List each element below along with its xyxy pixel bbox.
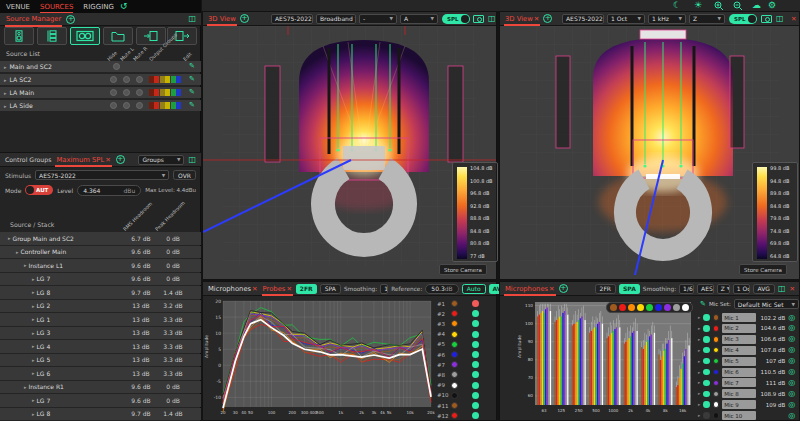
mic-row[interactable]: ▸ Mic 5 107 dB ◎ bbox=[698, 356, 799, 367]
menu-item-rigging[interactable]: RIGGING bbox=[83, 3, 114, 11]
probe-legend-row[interactable]: #1 bbox=[437, 299, 495, 308]
mute-l-toggle[interactable] bbox=[123, 89, 130, 96]
expand-icon[interactable]: ▸ bbox=[32, 357, 35, 363]
probe-color-swatch[interactable] bbox=[451, 392, 458, 399]
chevron-right-icon[interactable]: ▸ bbox=[698, 370, 700, 375]
output-group-swatch[interactable] bbox=[176, 89, 181, 96]
menu-item-sources[interactable]: SOURCES bbox=[40, 3, 73, 11]
output-group-swatch[interactable] bbox=[160, 102, 165, 109]
output-group-swatch[interactable] bbox=[165, 102, 170, 109]
mic-name-field[interactable]: Mic 4 bbox=[722, 346, 756, 355]
tags-icon[interactable]: ◫ bbox=[778, 285, 786, 293]
mic-enable-toggle[interactable] bbox=[703, 412, 710, 419]
stack-row[interactable]: ▸ Controller Main 9.6 dB 0 dB bbox=[0, 246, 201, 259]
tags-icon[interactable]: ◫ bbox=[488, 15, 496, 23]
probe-color-swatch[interactable] bbox=[451, 320, 458, 327]
tab-maximum-spl[interactable]: Maximum SPL✕ bbox=[55, 156, 111, 164]
output-group-swatch[interactable] bbox=[165, 76, 170, 83]
output-group-swatch[interactable] bbox=[160, 89, 165, 96]
mode-toggle[interactable]: AUT bbox=[25, 185, 53, 195]
stack-row[interactable]: ▸ LG 8 9.7 dB 1.4 dB bbox=[0, 408, 201, 421]
probe-color-swatch[interactable] bbox=[451, 371, 458, 378]
mic-locate-icon[interactable]: ◎ bbox=[788, 346, 795, 354]
mute-l-toggle[interactable] bbox=[123, 102, 130, 109]
output-group-swatch[interactable] bbox=[171, 102, 176, 109]
probe-status-toggle[interactable] bbox=[472, 351, 479, 358]
probe-status-toggle[interactable] bbox=[472, 382, 479, 389]
expand-icon[interactable]: ▸ bbox=[32, 397, 35, 403]
mic-enable-toggle[interactable] bbox=[703, 358, 710, 365]
tool-folder-button[interactable] bbox=[103, 27, 133, 45]
chevron-right-icon[interactable]: ▸ bbox=[698, 315, 700, 320]
mic-color-swatch[interactable] bbox=[713, 380, 720, 387]
probe-status-toggle[interactable] bbox=[472, 320, 479, 327]
probe-legend-row[interactable]: #4 bbox=[437, 330, 495, 339]
chevron-right-icon[interactable]: ▸ bbox=[698, 402, 700, 407]
probe-legend-row[interactable]: #9 bbox=[437, 381, 495, 390]
probe-status-toggle[interactable] bbox=[472, 331, 479, 338]
mic-locate-icon[interactable]: ◎ bbox=[788, 368, 795, 376]
probe-status-toggle[interactable] bbox=[472, 361, 479, 368]
bandwidth-dropdown[interactable]: 1 Oct▼ bbox=[607, 14, 645, 24]
output-group-swatch[interactable] bbox=[154, 102, 159, 109]
mic-name-field[interactable]: Mic 1 bbox=[722, 313, 756, 322]
chevron-right-icon[interactable]: ▸ bbox=[698, 359, 700, 364]
store-camera-button[interactable]: Store Camera bbox=[739, 264, 787, 275]
spl-toggle[interactable]: SPL bbox=[442, 14, 470, 24]
mute-l-toggle[interactable] bbox=[123, 76, 130, 83]
probe-legend-row[interactable]: #3 bbox=[437, 319, 495, 328]
expand-icon[interactable]: ▸ bbox=[32, 330, 35, 336]
output-group-swatch[interactable] bbox=[171, 89, 176, 96]
mic-row[interactable]: ▸ Mic 7 111 dB ◎ bbox=[698, 377, 799, 388]
mic-color-swatch[interactable] bbox=[713, 325, 720, 332]
probe-legend-row[interactable]: #6 bbox=[437, 350, 495, 359]
legend-dot[interactable] bbox=[673, 304, 680, 311]
brightness-icon[interactable]: ☀ bbox=[694, 0, 702, 11]
auto-button[interactable]: Auto bbox=[462, 284, 486, 294]
zoom-in-icon[interactable] bbox=[714, 1, 724, 11]
spa-button[interactable]: SPA bbox=[320, 284, 341, 294]
expand-icon[interactable]: ▸ bbox=[24, 262, 27, 268]
stack-row[interactable]: ▸ LG 4 13 dB 3.3 dB bbox=[0, 340, 201, 353]
close-icon[interactable]: ✕ bbox=[105, 156, 110, 164]
stimulus-dropdown[interactable]: AES75-2022▼ bbox=[271, 14, 313, 24]
fr-button[interactable]: 2FR bbox=[296, 284, 317, 294]
legend-dot[interactable] bbox=[628, 304, 635, 311]
mic-name-field[interactable]: Mic 9 bbox=[722, 400, 756, 409]
legend-dot[interactable] bbox=[637, 304, 644, 311]
close-panel-icon[interactable]: ✕ bbox=[790, 285, 795, 293]
weighting-dropdown[interactable]: Z▼ bbox=[717, 284, 730, 294]
mic-row[interactable]: ▸ Mic 2 104.6 dB ◎ bbox=[698, 323, 799, 334]
edit-icon[interactable]: ✎ bbox=[189, 101, 195, 109]
mic-locate-icon[interactable]: ◎ bbox=[788, 335, 795, 343]
mic-color-swatch[interactable] bbox=[713, 314, 720, 321]
edit-icon[interactable]: ✎ bbox=[189, 62, 195, 70]
tab-probes[interactable]: Probes✕ bbox=[262, 285, 293, 293]
chevron-right-icon[interactable]: ▸ bbox=[698, 391, 700, 396]
expand-icon[interactable]: ▸ bbox=[4, 64, 7, 70]
menu-item-venue[interactable]: VENUE bbox=[6, 3, 30, 11]
mic-locate-icon[interactable]: ◎ bbox=[788, 357, 795, 365]
stack-row[interactable]: ▸ LG 3 13 dB 3.3 dB bbox=[0, 327, 201, 340]
chevron-right-icon[interactable]: ▸ bbox=[698, 326, 700, 331]
probe-legend-row[interactable]: #10 bbox=[437, 391, 495, 400]
frequency-dropdown[interactable]: -▼ bbox=[359, 14, 397, 24]
probe-color-swatch[interactable] bbox=[451, 351, 458, 358]
store-camera-button[interactable]: Store Camera bbox=[439, 264, 487, 275]
avg-button[interactable]: AVG bbox=[753, 284, 775, 294]
mic-color-swatch[interactable] bbox=[713, 401, 720, 408]
mic-enable-toggle[interactable] bbox=[703, 325, 710, 332]
probe-status-toggle[interactable] bbox=[472, 341, 479, 348]
probe-legend-row[interactable]: #8 bbox=[437, 370, 495, 379]
smoothing-dropdown[interactable]: 1/6 Oct▼ bbox=[679, 284, 694, 294]
mic-row[interactable]: ▸ Mic 4 107.8 dB ◎ bbox=[698, 345, 799, 356]
tags-icon[interactable]: ◫ bbox=[188, 15, 196, 23]
expand-icon[interactable]: ▸ bbox=[4, 103, 7, 109]
expand-icon[interactable]: ▸ bbox=[32, 276, 35, 282]
zoom-out-icon[interactable] bbox=[733, 1, 743, 11]
probe-color-swatch[interactable] bbox=[451, 361, 458, 368]
mic-name-field[interactable]: Mic 10 bbox=[722, 411, 756, 420]
probe-status-toggle[interactable] bbox=[472, 300, 479, 307]
probe-status-toggle[interactable] bbox=[472, 402, 479, 409]
tool-line-array-button[interactable] bbox=[37, 27, 67, 45]
